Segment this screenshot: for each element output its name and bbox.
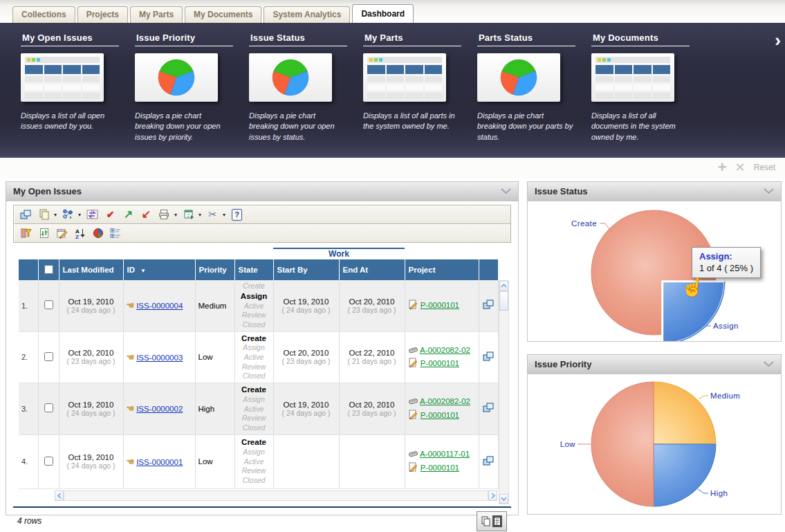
col-state[interactable]: State	[234, 259, 273, 280]
state-item: Assign	[238, 395, 270, 405]
chart-icon[interactable]	[91, 227, 104, 240]
col-start-by[interactable]: Start By	[273, 259, 339, 280]
table-widget-thumbnail[interactable]	[21, 53, 104, 102]
widget-issue-priority[interactable]: Issue Priority Displays a pie chart brea…	[135, 31, 249, 158]
issue-id-link[interactable]: ISS-0000004	[136, 302, 183, 310]
tab-system-analytics[interactable]: System Analytics	[264, 6, 350, 23]
transfer-icon[interactable]	[86, 208, 99, 221]
promote-icon[interactable]: ↗	[122, 208, 135, 221]
export-grid-icon[interactable]	[182, 208, 195, 221]
copy-icon[interactable]	[37, 208, 50, 221]
col-id[interactable]: ID▼	[123, 259, 195, 280]
reset-button[interactable]: Reset	[754, 163, 775, 172]
panel-header[interactable]: Issue Status	[527, 181, 782, 201]
edit-icon[interactable]	[55, 227, 68, 240]
row-checkbox[interactable]	[44, 403, 53, 412]
widget-title: My Open Issues	[21, 31, 119, 46]
horizontal-scroll-track[interactable]	[64, 490, 488, 501]
assign-slice-label[interactable]: Assign	[713, 322, 739, 330]
grid-vertical-scrollbar[interactable]	[499, 280, 509, 504]
panel-title: Issue Priority	[535, 359, 591, 369]
demote-icon[interactable]: ↙	[140, 208, 153, 221]
close-widget-icon[interactable]: ✕	[735, 160, 746, 174]
tab-collections[interactable]: Collections	[12, 6, 75, 23]
row-checkbox[interactable]	[44, 300, 53, 309]
col-last-modified[interactable]: Last Modified	[59, 259, 123, 280]
print-dropdown-icon[interactable]: ▾	[174, 212, 177, 218]
project-link[interactable]: P-0000101	[421, 411, 459, 419]
pie-widget-thumbnail[interactable]	[249, 53, 332, 102]
activity-link[interactable]: A-0002082-02	[420, 346, 470, 354]
high-slice-label[interactable]: High	[710, 489, 728, 497]
open-windows-icon[interactable]	[483, 459, 495, 468]
scroll-left-icon[interactable]	[55, 490, 64, 501]
table-widget-thumbnail[interactable]	[591, 53, 674, 102]
copy-dropdown-icon[interactable]: ▾	[54, 212, 57, 218]
issue-priority-pie-chart[interactable]: Medium Low High	[528, 374, 781, 515]
pie-widget-thumbnail[interactable]	[135, 53, 218, 102]
scroll-right-icon[interactable]	[488, 490, 497, 501]
scroll-down-icon[interactable]	[499, 494, 508, 504]
select-all-checkbox[interactable]	[44, 265, 53, 274]
table-widget-thumbnail[interactable]	[363, 53, 446, 102]
issue-priority-panel: Issue Priority Medium Low High	[527, 354, 782, 515]
tree-view-icon[interactable]	[109, 227, 122, 240]
project-link[interactable]: P-0000101	[421, 359, 459, 367]
help-icon[interactable]: ?	[230, 208, 243, 221]
workflow-dropdown-icon[interactable]: ▾	[78, 212, 81, 218]
export-dropdown-icon[interactable]: ▾	[198, 212, 201, 218]
widget-my-documents[interactable]: My Documents Displays a list of all docu…	[591, 31, 705, 158]
tab-my-parts[interactable]: My Parts	[130, 6, 183, 23]
collapse-chevron-icon[interactable]	[764, 361, 774, 367]
tools-dropdown-icon[interactable]: ▾	[223, 212, 225, 218]
vertical-scroll-thumb[interactable]	[499, 291, 508, 311]
filter-icon[interactable]	[19, 227, 33, 240]
widget-parts-status[interactable]: Parts Status Displays a pie chart breaki…	[477, 31, 591, 158]
widget-issue-status[interactable]: Issue Status Displays a pie chart breaki…	[249, 31, 363, 158]
new-window-icon[interactable]	[19, 208, 33, 221]
widget-my-parts[interactable]: My Parts Displays a list of all parts in…	[363, 31, 477, 158]
project-link[interactable]: P-0000101	[421, 301, 459, 309]
panel-header[interactable]: Issue Priority	[527, 354, 782, 374]
row-checkbox[interactable]	[44, 352, 53, 361]
tools-icon[interactable]: ✂	[206, 208, 219, 221]
sort-desc-icon[interactable]: ▼	[140, 268, 146, 274]
issue-id-link[interactable]: ISS-0000001	[136, 458, 183, 466]
open-windows-icon[interactable]	[483, 303, 495, 311]
open-windows-icon[interactable]	[483, 406, 495, 414]
collapse-chevron-icon[interactable]	[501, 188, 511, 194]
gallery-next-arrow-icon[interactable]: ›	[775, 31, 781, 49]
scroll-up-icon[interactable]	[499, 281, 508, 291]
add-widget-icon[interactable]: +	[718, 160, 727, 174]
issue-id-link[interactable]: ISS-0000003	[136, 354, 183, 362]
view-toggle-button[interactable]	[477, 511, 507, 531]
activity-link[interactable]: A-0002082-02	[420, 397, 470, 405]
col-actions	[479, 259, 498, 280]
widget-my-open-issues[interactable]: My Open Issues Displays a list of all op…	[21, 31, 135, 158]
activity-link[interactable]: A-0000117-01	[420, 450, 470, 458]
project-link[interactable]: P-0000101	[421, 464, 459, 472]
refresh-icon[interactable]	[37, 227, 50, 240]
workflow-icon[interactable]	[62, 208, 75, 221]
medium-slice-label[interactable]: Medium	[710, 392, 740, 400]
vote-check-icon[interactable]: ✔	[104, 208, 117, 221]
pie-widget-thumbnail[interactable]	[477, 53, 560, 102]
tab-my-documents[interactable]: My Documents	[185, 6, 261, 23]
col-end-at[interactable]: End At	[339, 259, 405, 280]
tab-projects[interactable]: Projects	[77, 6, 128, 23]
row-checkbox[interactable]	[44, 457, 53, 466]
open-windows-icon[interactable]	[483, 355, 495, 363]
panel-title: My Open Issues	[13, 186, 82, 196]
collapse-chevron-icon[interactable]	[764, 188, 774, 194]
grid-horizontal-scrollbar[interactable]	[55, 490, 497, 501]
sort-az-icon[interactable]: AZ	[73, 227, 86, 240]
work-group-label: Work	[273, 249, 405, 259]
print-icon[interactable]	[158, 208, 171, 221]
low-slice-label[interactable]: Low	[560, 440, 576, 448]
panel-header[interactable]: My Open Issues	[6, 181, 519, 201]
create-slice-label[interactable]: Create	[571, 219, 597, 228]
tab-dashboard[interactable]: Dashboard	[352, 4, 414, 23]
issue-id-link[interactable]: ISS-0000002	[136, 405, 183, 413]
col-priority[interactable]: Priority	[195, 259, 234, 280]
col-project[interactable]: Project	[405, 259, 479, 280]
